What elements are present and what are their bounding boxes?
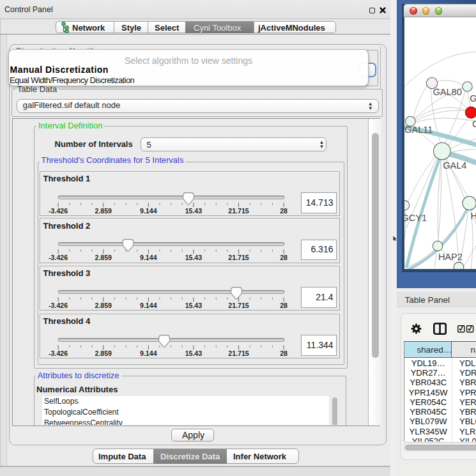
svg-text:28: 28 — [280, 254, 288, 261]
svg-text:CDC: CDC — [472, 119, 476, 129]
svg-text:21.715: 21.715 — [229, 302, 250, 309]
svg-text:9.144: 9.144 — [140, 349, 157, 357]
svg-text:15.43: 15.43 — [185, 349, 203, 357]
svg-text:-3.426: -3.426 — [49, 349, 68, 357]
svg-text:HAP2: HAP2 — [438, 252, 462, 262]
svg-text:9.144: 9.144 — [140, 254, 157, 261]
svg-text:GCY1: GCY1 — [404, 213, 427, 223]
svg-text:GAL11: GAL11 — [404, 125, 433, 135]
svg-text:2.859: 2.859 — [95, 302, 112, 309]
svg-text:GAL4: GAL4 — [443, 160, 466, 171]
svg-text:15.43: 15.43 — [185, 302, 203, 309]
svg-text:9.144: 9.144 — [140, 207, 157, 215]
svg-text:21.715: 21.715 — [229, 349, 250, 357]
svg-text:-3.426: -3.426 — [49, 302, 68, 309]
svg-text:2.859: 2.859 — [95, 349, 112, 357]
svg-text:-3.426: -3.426 — [49, 254, 68, 261]
svg-text:28: 28 — [280, 302, 288, 309]
svg-text:9.144: 9.144 — [140, 302, 157, 309]
svg-text:GAL2: GAL2 — [470, 93, 476, 104]
svg-text:GAL80: GAL80 — [433, 87, 461, 97]
svg-text:21.715: 21.715 — [229, 207, 250, 215]
svg-text:28: 28 — [280, 349, 288, 357]
svg-text:HIS: HIS — [470, 211, 476, 222]
svg-text:2.859: 2.859 — [95, 254, 112, 261]
svg-text:2.859: 2.859 — [95, 207, 112, 215]
svg-text:28: 28 — [280, 207, 288, 215]
svg-text:15.43: 15.43 — [185, 207, 203, 215]
svg-text:21.715: 21.715 — [229, 254, 250, 261]
svg-text:15.43: 15.43 — [185, 254, 203, 261]
svg-text:-3.426: -3.426 — [49, 207, 68, 215]
